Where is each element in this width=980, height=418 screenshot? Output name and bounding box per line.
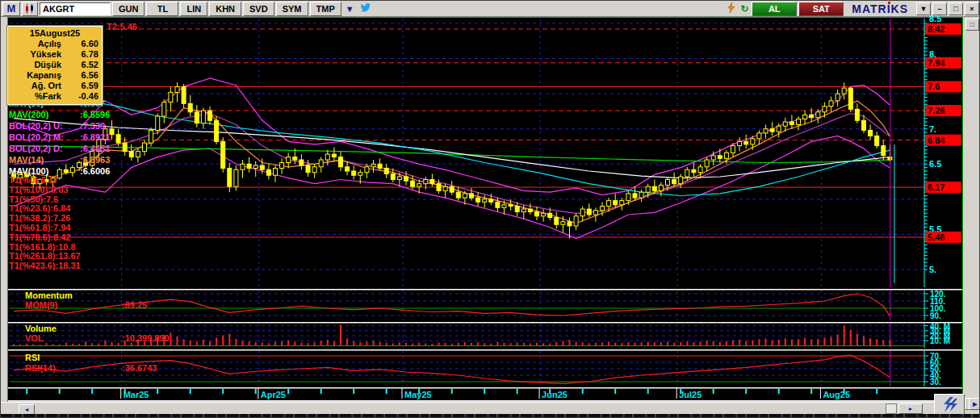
- momentum-panel-title: Momentum: [25, 291, 73, 300]
- momentum-value-row: MOM(9):89.25: [25, 300, 147, 310]
- legend-row-10: T1(%23.6):6.84: [9, 203, 70, 213]
- chevron-down-icon[interactable]: ▼: [343, 4, 357, 14]
- toolbar-button-gun[interactable]: GUN: [112, 2, 144, 16]
- legend-row-5: MAV(14):6.8963: [9, 155, 110, 165]
- legend-row-7: T1(%0):6.17: [9, 175, 58, 185]
- panel-divider[interactable]: [8, 349, 962, 351]
- volume-value-row: VOL:10,399,890: [25, 333, 170, 343]
- info-row-open: Açılış6.60: [11, 39, 98, 49]
- toolbar-button-khn[interactable]: KHN: [209, 2, 241, 16]
- legend-row-13: T1(%78.6):8.42: [9, 232, 70, 242]
- nav-next-button[interactable]: ►: [969, 398, 980, 410]
- scroll-right-button[interactable]: ►: [898, 403, 923, 414]
- clipped-window-row: [1, 414, 980, 418]
- app-logo-icon[interactable]: M: [2, 2, 20, 16]
- info-row-low: Düşük6.52: [11, 60, 98, 70]
- legend-row-9: T1(%50):7.6: [9, 194, 58, 204]
- chart-plot-area[interactable]: [7, 17, 963, 402]
- info-row-close: Kapanış6.56: [11, 70, 98, 81]
- legend-row-3: BOL(20,2) M::6.8921: [9, 132, 110, 142]
- legend-row-8: T1(%100):9.03: [9, 185, 68, 194]
- matriks-logo-button[interactable]: [934, 394, 965, 416]
- legend-row-1: MAV(200):6.5596: [9, 110, 110, 119]
- window-minimize-button[interactable]: –: [932, 2, 947, 15]
- matriks-chart-window: M AKGRT GUN TL LIN KHN SVD SYM TMP ▼ ↻ A…: [0, 0, 980, 418]
- ohlc-info-box: 15August25 Açılış6.60 Yüksek6.78 Düşük6.…: [7, 26, 103, 105]
- toolbar-button-lin[interactable]: LIN: [180, 2, 207, 16]
- matriks-swirl-icon: [940, 397, 958, 413]
- panel-divider[interactable]: [8, 387, 962, 389]
- right-window-edge: [963, 17, 980, 402]
- matriks-brand-logo: MATRIKS: [845, 2, 915, 15]
- candlestick-chart-icon[interactable]: [22, 2, 38, 16]
- legend-row-2: BOL(20,2) U::7.339: [9, 121, 105, 131]
- legend-row-12: T1(%61.8):7.94: [9, 223, 70, 232]
- window-maximize-button[interactable]: □: [949, 2, 963, 15]
- legend-row-15: T1(%261.8):13.67: [9, 251, 81, 261]
- toolbar-button-tl[interactable]: TL: [146, 2, 178, 16]
- legend-row-4: BOL(20,2) D::6.4451: [9, 144, 110, 153]
- rsi-panel-title: RSI: [25, 353, 40, 362]
- lightning-icon[interactable]: [726, 2, 737, 15]
- twitter-icon[interactable]: [358, 2, 373, 15]
- symbol-input[interactable]: AKGRT: [40, 2, 111, 15]
- legend-row-16: T1(%423.6):18.31: [9, 261, 81, 270]
- volume-panel-title: Volume: [25, 324, 57, 333]
- sell-button[interactable]: SAT: [798, 2, 844, 16]
- info-box-date: 15August25: [11, 28, 98, 38]
- info-row-wavg: Ağ. Ort6.59: [11, 81, 98, 91]
- window-close-button[interactable]: ×: [965, 2, 979, 15]
- panel-divider[interactable]: [8, 289, 962, 291]
- toolbar-button-svd[interactable]: SVD: [243, 2, 274, 16]
- refresh-icon[interactable]: ↻: [739, 3, 750, 15]
- legend-row-14: T1(%161.8):10.8: [9, 242, 76, 252]
- panel-maximize-button[interactable]: □: [965, 19, 979, 31]
- legend-row-11: T1(%38.2):7.26: [9, 213, 70, 223]
- toolbar-button-sym[interactable]: SYM: [276, 2, 308, 16]
- buy-button[interactable]: AL: [752, 2, 797, 16]
- bottom-scrollbar-strip: [1, 402, 980, 415]
- scrollbar-thumb[interactable]: [886, 403, 897, 414]
- toolbar: M AKGRT GUN TL LIN KHN SVD SYM TMP ▼ ↻ A…: [1, 1, 980, 17]
- brand-dot: [888, 2, 890, 4]
- info-row-high: Yüksek6.78: [11, 49, 98, 60]
- rsi-value-row: RSI(14):36.6743: [25, 363, 157, 373]
- panel-divider[interactable]: [8, 322, 962, 324]
- info-row-pctchange: %Fark-0.46: [11, 91, 98, 102]
- window-shade-button[interactable]: ▼: [916, 2, 931, 15]
- toolbar-button-tmp[interactable]: TMP: [310, 2, 341, 16]
- t2-fib-label: T2:5.46: [107, 22, 137, 31]
